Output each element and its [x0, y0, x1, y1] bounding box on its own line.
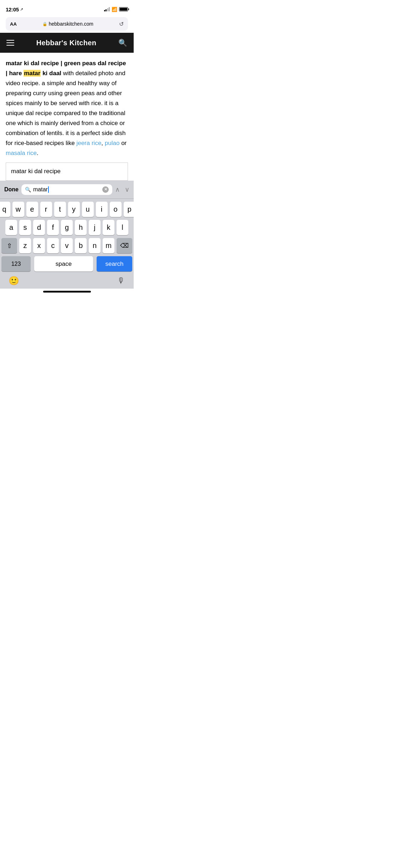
- search-key[interactable]: search: [97, 256, 132, 272]
- key-o[interactable]: o: [110, 202, 122, 217]
- address-bar[interactable]: AA 🔒 hebbarskitchen.com ↺: [6, 17, 128, 31]
- search-field[interactable]: 🔍 matar ✕: [21, 184, 112, 195]
- keyboard: q w e r t y u i o p a s d f g h j k l ⇧ …: [0, 199, 134, 289]
- key-n[interactable]: n: [89, 238, 101, 253]
- home-bar: [43, 291, 91, 293]
- keyboard-row-2: a s d f g h j k l: [1, 220, 132, 235]
- key-b[interactable]: b: [75, 238, 87, 253]
- key-p[interactable]: p: [124, 202, 134, 217]
- key-x[interactable]: x: [33, 238, 45, 253]
- keyboard-row-3: ⇧ z x c v b n m ⌫: [1, 238, 132, 253]
- key-f[interactable]: f: [47, 220, 59, 235]
- emoji-key[interactable]: 🙂: [9, 276, 19, 286]
- lock-icon: 🔒: [42, 22, 47, 26]
- pulao-link[interactable]: pulao: [105, 140, 120, 146]
- space-label: space: [56, 260, 72, 268]
- keyboard-row-4: 123 space search: [1, 256, 132, 272]
- or-text: or: [119, 140, 127, 146]
- key-r[interactable]: r: [40, 202, 52, 217]
- url-section: 🔒 hebbarskitchen.com: [42, 21, 93, 27]
- search-input[interactable]: matar: [33, 186, 100, 193]
- key-l[interactable]: l: [117, 220, 128, 235]
- nav-arrows: ∧ ∨: [115, 186, 129, 193]
- comma-text: ,: [101, 140, 104, 146]
- key-u[interactable]: u: [82, 202, 94, 217]
- status-bar: 12:05 ↗ 📶: [0, 0, 134, 16]
- search-label: search: [105, 260, 123, 268]
- key-a[interactable]: a: [5, 220, 17, 235]
- masala-rice-link[interactable]: masala rice: [6, 150, 37, 156]
- keyboard-row-1: q w e r t y u i o p: [1, 202, 132, 217]
- key-i[interactable]: i: [96, 202, 108, 217]
- numbers-key[interactable]: 123: [1, 256, 31, 272]
- search-field-icon: 🔍: [25, 187, 31, 192]
- aa-button[interactable]: AA: [10, 21, 17, 27]
- emoji-mic-row: 🙂 🎙: [1, 273, 132, 287]
- find-in-page-bar: matar ki dal recipe: [6, 162, 128, 180]
- wifi-icon: 📶: [112, 7, 117, 12]
- address-left: AA: [10, 21, 17, 27]
- search-icon[interactable]: 🔍: [118, 38, 127, 47]
- signal-icon: [104, 7, 110, 11]
- backspace-key[interactable]: ⌫: [117, 238, 132, 253]
- key-z[interactable]: z: [19, 238, 31, 253]
- key-c[interactable]: c: [47, 238, 59, 253]
- key-k[interactable]: k: [103, 220, 114, 235]
- key-v[interactable]: v: [61, 238, 73, 253]
- key-e[interactable]: e: [26, 202, 38, 217]
- article-paragraph: matar ki dal recipe | green peas dal rec…: [6, 58, 128, 158]
- status-icons: 📶: [104, 7, 128, 12]
- shift-key[interactable]: ⇧: [1, 238, 17, 253]
- prev-result-button[interactable]: ∧: [115, 186, 120, 193]
- status-time: 12:05: [6, 6, 19, 12]
- find-bar-text: matar ki dal recipe: [11, 168, 61, 175]
- location-arrow-icon: ↗: [20, 7, 23, 12]
- key-s[interactable]: s: [19, 220, 31, 235]
- text-cursor: [48, 186, 49, 193]
- period-text: .: [37, 150, 38, 156]
- done-button[interactable]: Done: [4, 186, 19, 193]
- key-t[interactable]: t: [54, 202, 66, 217]
- home-indicator: [0, 289, 134, 294]
- key-d[interactable]: d: [33, 220, 45, 235]
- key-q[interactable]: q: [0, 202, 10, 217]
- key-w[interactable]: w: [12, 202, 24, 217]
- hamburger-menu[interactable]: [6, 40, 14, 46]
- url-text: hebbarskitchen.com: [49, 21, 93, 27]
- key-g[interactable]: g: [61, 220, 73, 235]
- highlighted-word: matar: [24, 70, 41, 77]
- battery-icon: [119, 7, 128, 11]
- site-title: Hebbar's Kitchen: [36, 39, 96, 47]
- address-bar-wrapper: AA 🔒 hebbarskitchen.com ↺: [0, 16, 134, 33]
- nav-bar: Hebbar's Kitchen 🔍: [0, 33, 134, 53]
- space-key[interactable]: space: [34, 256, 93, 272]
- reload-button[interactable]: ↺: [119, 21, 124, 27]
- article-content: matar ki dal recipe | green peas dal rec…: [0, 53, 134, 181]
- key-j[interactable]: j: [89, 220, 101, 235]
- jeera-rice-link[interactable]: jeera rice: [76, 140, 101, 146]
- next-result-button[interactable]: ∨: [125, 186, 129, 193]
- search-toolbar: Done 🔍 matar ✕ ∧ ∨: [0, 181, 134, 199]
- clear-button[interactable]: ✕: [102, 186, 109, 193]
- numbers-label: 123: [11, 261, 21, 267]
- article-body-text: with detailed photo and video recipe. a …: [6, 70, 125, 146]
- key-h[interactable]: h: [75, 220, 87, 235]
- key-y[interactable]: y: [68, 202, 80, 217]
- key-m[interactable]: m: [103, 238, 114, 253]
- search-input-value: matar: [33, 186, 48, 192]
- mic-key[interactable]: 🎙: [117, 276, 125, 285]
